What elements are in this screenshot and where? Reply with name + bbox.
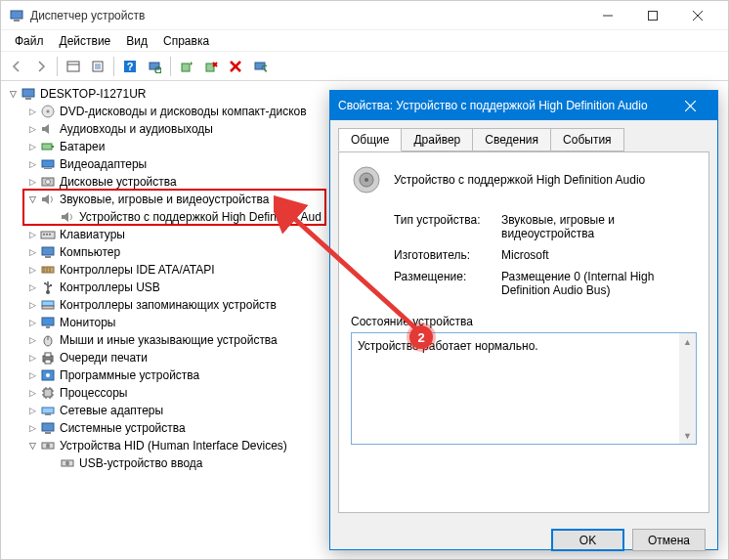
status-section: Состояние устройства Устройство работает…	[351, 315, 697, 445]
menu-action[interactable]: Действие	[52, 31, 119, 51]
disk-icon	[40, 174, 56, 190]
separator	[170, 57, 171, 76]
monitor-icon	[40, 244, 56, 260]
speaker-icon	[40, 121, 56, 137]
dialog-titlebar: Свойства: Устройство с поддержкой High D…	[330, 91, 717, 120]
refresh-button[interactable]	[248, 55, 272, 78]
annotation-badge-2: 2	[409, 325, 433, 349]
uninstall-button[interactable]	[199, 55, 223, 78]
help-button[interactable]: ?	[118, 55, 142, 78]
svg-point-45	[44, 282, 46, 284]
ok-button[interactable]: OK	[551, 529, 624, 551]
window-title: Диспетчер устройств	[30, 9, 585, 22]
svg-rect-69	[42, 423, 54, 431]
dialog-close-button[interactable]	[670, 91, 709, 120]
status-text: Устройство работает нормально.	[358, 339, 538, 353]
expander-icon[interactable]	[26, 405, 38, 416]
svg-rect-55	[45, 360, 51, 364]
svg-text:?: ?	[127, 61, 134, 72]
scroll-down-button[interactable]: ▼	[679, 427, 696, 444]
expander-icon[interactable]	[26, 141, 38, 152]
toolbar: ?	[1, 52, 728, 81]
display-adapter-icon	[40, 156, 56, 172]
status-textbox[interactable]: Устройство работает нормально. ▲ ▼	[351, 332, 697, 445]
scroll-up-button[interactable]: ▲	[679, 333, 696, 350]
separator	[113, 57, 114, 76]
svg-rect-37	[42, 247, 54, 255]
show-hide-tree-button[interactable]	[62, 55, 85, 78]
tab-events[interactable]: События	[550, 128, 624, 151]
svg-rect-14	[150, 63, 159, 69]
prop-type-value: Звуковые, игровые и видеоустройства	[501, 213, 697, 240]
status-label: Состояние устройства	[351, 315, 697, 328]
svg-rect-1	[14, 20, 20, 22]
computer-icon	[21, 86, 36, 102]
window-controls	[585, 1, 720, 30]
svg-rect-28	[52, 146, 54, 148]
mouse-icon	[40, 332, 56, 348]
svg-point-74	[65, 461, 69, 466]
separator	[57, 57, 58, 76]
titlebar: Диспетчер устройств	[1, 1, 728, 30]
hid-icon	[60, 455, 75, 471]
svg-rect-23	[22, 89, 34, 97]
dialog-buttons: OK Отмена	[330, 521, 717, 560]
expander-icon[interactable]	[26, 352, 38, 364]
expander-icon[interactable]	[26, 123, 38, 135]
scrollbar[interactable]: ▲ ▼	[679, 333, 696, 444]
back-button[interactable]	[5, 55, 28, 78]
svg-rect-49	[42, 318, 54, 325]
disc-icon	[40, 104, 56, 119]
svg-rect-47	[42, 301, 54, 306]
expander-icon[interactable]	[26, 422, 38, 434]
expander-icon[interactable]	[26, 334, 38, 346]
expander-icon[interactable]	[26, 299, 38, 311]
svg-rect-30	[44, 168, 52, 169]
sound-icon	[40, 192, 56, 207]
prop-row-manufacturer: Изготовитель: Microsoft	[394, 248, 697, 262]
minimize-button[interactable]	[585, 1, 630, 30]
expander-icon[interactable]	[26, 106, 38, 117]
svg-point-72	[46, 444, 50, 449]
menu-view[interactable]: Вид	[118, 31, 155, 51]
properties-dialog: Свойства: Устройство с поддержкой High D…	[329, 90, 718, 550]
svg-rect-16	[182, 64, 190, 71]
expander-icon[interactable]	[26, 281, 38, 293]
expander-icon[interactable]	[26, 176, 38, 188]
expander-icon[interactable]	[26, 194, 38, 205]
maximize-button[interactable]	[630, 1, 675, 30]
cancel-button[interactable]: Отмена	[632, 529, 706, 551]
tab-general[interactable]: Общие	[338, 128, 402, 151]
svg-rect-29	[42, 160, 54, 167]
disable-button[interactable]	[224, 55, 247, 78]
expander-icon[interactable]	[26, 246, 38, 258]
prop-mfg-label: Изготовитель:	[394, 248, 501, 262]
cpu-icon	[40, 385, 56, 401]
expander-icon[interactable]	[26, 440, 38, 452]
dialog-title: Свойства: Устройство с поддержкой High D…	[338, 99, 670, 112]
properties-button[interactable]	[86, 55, 109, 78]
device-name: Устройство с поддержкой High Definition …	[394, 173, 645, 187]
tab-details[interactable]: Сведения	[472, 128, 551, 151]
scan-button[interactable]	[143, 55, 166, 78]
expander-icon[interactable]	[7, 88, 19, 100]
expander-icon[interactable]	[26, 317, 38, 328]
controller-icon	[40, 262, 56, 278]
expander-icon[interactable]	[26, 229, 38, 240]
menu-help[interactable]: Справка	[155, 31, 217, 51]
expander-icon[interactable]	[26, 158, 38, 170]
svg-rect-6	[67, 62, 79, 71]
prop-loc-value: Размещение 0 (Internal High Definition A…	[501, 270, 697, 297]
forward-button[interactable]	[29, 55, 53, 78]
close-button[interactable]	[675, 1, 720, 30]
update-driver-button[interactable]	[175, 55, 198, 78]
expander-icon[interactable]	[26, 387, 38, 399]
dialog-tabs: Общие Драйвер Сведения События	[330, 120, 717, 151]
tab-driver[interactable]: Драйвер	[401, 128, 473, 151]
expander-icon[interactable]	[26, 369, 38, 381]
expander-icon[interactable]	[26, 264, 38, 276]
menu-file[interactable]: Файл	[7, 31, 52, 51]
svg-rect-54	[45, 353, 51, 357]
svg-rect-50	[46, 326, 50, 328]
prop-row-location: Размещение: Размещение 0 (Internal High …	[394, 270, 697, 297]
